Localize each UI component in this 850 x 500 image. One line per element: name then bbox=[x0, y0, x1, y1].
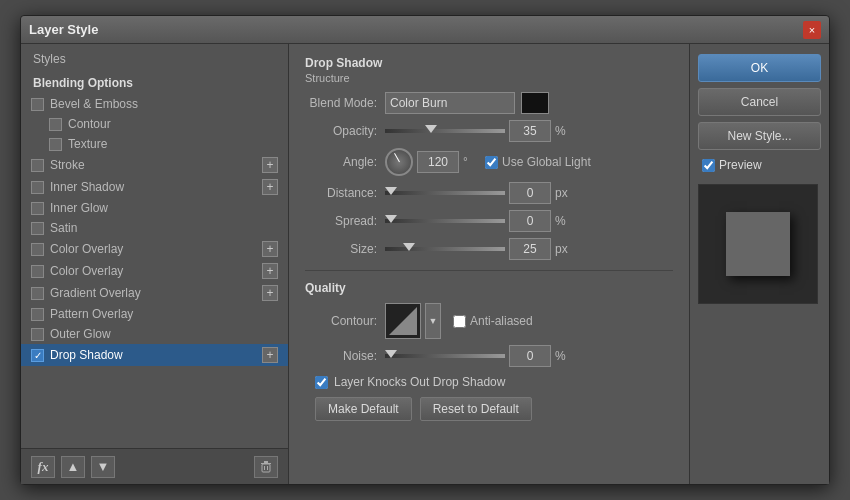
color-overlay-2-label: Color Overlay bbox=[50, 264, 123, 278]
distance-input[interactable] bbox=[509, 182, 551, 204]
right-panel: OK Cancel New Style... Preview bbox=[689, 44, 829, 484]
blending-options-label: Blending Options bbox=[33, 76, 133, 90]
color-overlay-1-plus-button[interactable]: + bbox=[262, 241, 278, 257]
inner-shadow-plus-button[interactable]: + bbox=[262, 179, 278, 195]
noise-unit: % bbox=[555, 349, 573, 363]
distance-slider-thumb bbox=[385, 187, 397, 195]
angle-input[interactable] bbox=[417, 151, 459, 173]
blend-mode-select[interactable]: Color Burn Normal Multiply Screen Overla… bbox=[385, 92, 515, 114]
reset-to-default-button[interactable]: Reset to Default bbox=[420, 397, 532, 421]
texture-label: Texture bbox=[68, 137, 107, 151]
inner-glow-label: Inner Glow bbox=[50, 201, 108, 215]
angle-needle bbox=[394, 153, 400, 162]
noise-input[interactable] bbox=[509, 345, 551, 367]
close-button[interactable]: × bbox=[803, 21, 821, 39]
bevel-emboss-label: Bevel & Emboss bbox=[50, 97, 138, 111]
sidebar-item-inner-glow[interactable]: Inner Glow bbox=[21, 198, 288, 218]
use-global-light-checkbox[interactable] bbox=[485, 156, 498, 169]
svg-rect-4 bbox=[267, 466, 268, 470]
opacity-input[interactable] bbox=[509, 120, 551, 142]
texture-checkbox[interactable] bbox=[49, 138, 62, 151]
satin-checkbox[interactable] bbox=[31, 222, 44, 235]
make-default-button[interactable]: Make Default bbox=[315, 397, 412, 421]
pattern-overlay-checkbox[interactable] bbox=[31, 308, 44, 321]
up-button[interactable]: ▲ bbox=[61, 456, 85, 478]
color-overlay-2-checkbox[interactable] bbox=[31, 265, 44, 278]
spread-slider[interactable] bbox=[385, 219, 505, 223]
noise-label: Noise: bbox=[305, 349, 385, 363]
preview-checkbox[interactable] bbox=[702, 159, 715, 172]
spread-row: Spread: % bbox=[305, 210, 673, 232]
sidebar-item-blending-options[interactable]: Blending Options bbox=[21, 72, 288, 94]
preview-label: Preview bbox=[719, 158, 762, 172]
down-button[interactable]: ▼ bbox=[91, 456, 115, 478]
center-panel: Drop Shadow Structure Blend Mode: Color … bbox=[289, 44, 689, 484]
opacity-unit: % bbox=[555, 124, 573, 138]
quality-title: Quality bbox=[305, 281, 673, 295]
ok-button[interactable]: OK bbox=[698, 54, 821, 82]
spread-slider-thumb bbox=[385, 215, 397, 223]
anti-alias-checkbox[interactable] bbox=[453, 315, 466, 328]
bottom-options: Layer Knocks Out Drop Shadow Make Defaul… bbox=[305, 375, 673, 421]
sidebar-item-contour[interactable]: Contour bbox=[21, 114, 288, 134]
inner-shadow-checkbox[interactable] bbox=[31, 181, 44, 194]
stroke-label: Stroke bbox=[50, 158, 85, 172]
color-overlay-1-checkbox[interactable] bbox=[31, 243, 44, 256]
stroke-plus-button[interactable]: + bbox=[262, 157, 278, 173]
angle-label: Angle: bbox=[305, 155, 385, 169]
opacity-label: Opacity: bbox=[305, 124, 385, 138]
sidebar-item-pattern-overlay[interactable]: Pattern Overlay bbox=[21, 304, 288, 324]
spread-input[interactable] bbox=[509, 210, 551, 232]
blend-mode-row: Blend Mode: Color Burn Normal Multiply S… bbox=[305, 92, 673, 114]
sidebar-item-texture[interactable]: Texture bbox=[21, 134, 288, 154]
outer-glow-checkbox[interactable] bbox=[31, 328, 44, 341]
cancel-button[interactable]: Cancel bbox=[698, 88, 821, 116]
layer-knocks-checkbox[interactable] bbox=[315, 376, 328, 389]
fx-button[interactable]: fx bbox=[31, 456, 55, 478]
size-slider[interactable] bbox=[385, 247, 505, 251]
drop-shadow-checkbox[interactable]: ✓ bbox=[31, 349, 44, 362]
distance-row: Distance: px bbox=[305, 182, 673, 204]
sidebar-item-outer-glow[interactable]: Outer Glow bbox=[21, 324, 288, 344]
contour-checkbox[interactable] bbox=[49, 118, 62, 131]
sidebar-item-bevel-emboss[interactable]: Bevel & Emboss bbox=[21, 94, 288, 114]
size-slider-container: px bbox=[385, 238, 573, 260]
size-input[interactable] bbox=[509, 238, 551, 260]
sidebar-item-satin[interactable]: Satin bbox=[21, 218, 288, 238]
size-row: Size: px bbox=[305, 238, 673, 260]
contour-row: Contour: ▼ Anti-aliased bbox=[305, 303, 673, 339]
sidebar-item-inner-shadow[interactable]: Inner Shadow + bbox=[21, 176, 288, 198]
angle-dial[interactable] bbox=[385, 148, 413, 176]
sidebar-item-drop-shadow[interactable]: ✓ Drop Shadow + bbox=[21, 344, 288, 366]
preview-square bbox=[726, 212, 790, 276]
layer-knocks-label: Layer Knocks Out Drop Shadow bbox=[334, 375, 505, 389]
sidebar-item-color-overlay-1[interactable]: Color Overlay + bbox=[21, 238, 288, 260]
opacity-slider[interactable] bbox=[385, 129, 505, 133]
preview-box bbox=[698, 184, 818, 304]
new-style-button[interactable]: New Style... bbox=[698, 122, 821, 150]
gradient-overlay-plus-button[interactable]: + bbox=[262, 285, 278, 301]
shadow-color-swatch[interactable] bbox=[521, 92, 549, 114]
angle-container: ° Use Global Light bbox=[385, 148, 591, 176]
color-overlay-2-plus-button[interactable]: + bbox=[262, 263, 278, 279]
blend-mode-label: Blend Mode: bbox=[305, 96, 385, 110]
contour-dropdown-button[interactable]: ▼ bbox=[425, 303, 441, 339]
sidebar-item-gradient-overlay[interactable]: Gradient Overlay + bbox=[21, 282, 288, 304]
sidebar-item-stroke[interactable]: Stroke + bbox=[21, 154, 288, 176]
opacity-row: Opacity: % bbox=[305, 120, 673, 142]
gradient-overlay-checkbox[interactable] bbox=[31, 287, 44, 300]
drop-shadow-label: Drop Shadow bbox=[50, 348, 123, 362]
contour-label: Contour bbox=[68, 117, 111, 131]
action-buttons: Make Default Reset to Default bbox=[305, 397, 673, 421]
stroke-checkbox[interactable] bbox=[31, 159, 44, 172]
contour-preview[interactable] bbox=[385, 303, 421, 339]
bevel-emboss-checkbox[interactable] bbox=[31, 98, 44, 111]
preview-checkbox-row: Preview bbox=[698, 156, 821, 174]
sidebar-item-color-overlay-2[interactable]: Color Overlay + bbox=[21, 260, 288, 282]
inner-glow-checkbox[interactable] bbox=[31, 202, 44, 215]
noise-slider[interactable] bbox=[385, 354, 505, 358]
size-label: Size: bbox=[305, 242, 385, 256]
delete-button[interactable] bbox=[254, 456, 278, 478]
distance-slider[interactable] bbox=[385, 191, 505, 195]
drop-shadow-plus-button[interactable]: + bbox=[262, 347, 278, 363]
